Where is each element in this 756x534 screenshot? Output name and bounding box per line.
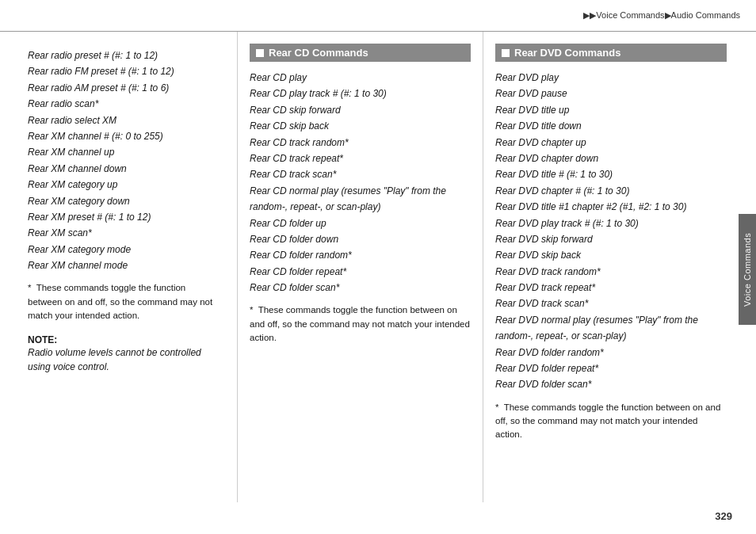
breadcrumb: ▶▶Voice Commands▶Audio Commands: [583, 10, 740, 21]
list-item: Rear DVD track scan*: [495, 296, 727, 311]
list-item: Rear radio FM preset # (#: 1 to 12): [28, 63, 221, 79]
list-item: Rear DVD title up: [495, 102, 727, 118]
list-item: Rear XM channel # (#: 0 to 255): [28, 128, 221, 144]
right-footnote: * These commands toggle the function bet…: [495, 401, 727, 442]
right-header-icon: [502, 49, 510, 57]
list-item: Rear CD skip back: [250, 118, 471, 134]
list-item: Rear DVD normal play (resumes "Play" fro…: [495, 312, 727, 345]
list-item: Rear DVD play track # (#: 1 to 30): [495, 216, 727, 231]
left-items-list: Rear radio preset # (#: 1 to 12)Rear rad…: [28, 48, 221, 273]
list-item: Rear DVD title # (#: 1 to 30): [495, 166, 727, 182]
middle-footnote: * These commands toggle the function bet…: [250, 303, 471, 345]
list-item: Rear DVD track repeat*: [495, 280, 727, 296]
list-item: Rear CD track random*: [250, 135, 471, 151]
top-bar: ▶▶Voice Commands▶Audio Commands: [0, 0, 756, 32]
list-item: Rear CD folder random*: [250, 247, 471, 263]
list-item: Rear radio scan*: [28, 96, 221, 112]
list-item: Rear CD folder down: [250, 231, 471, 247]
main-content: Rear radio preset # (#: 1 to 12)Rear rad…: [0, 32, 739, 502]
list-item: Rear DVD skip forward: [495, 231, 727, 247]
list-item: Rear radio AM preset # (#: 1 to 6): [28, 80, 221, 96]
list-item: Rear DVD chapter # (#: 1 to 30): [495, 183, 727, 199]
list-item: Rear XM channel down: [28, 161, 221, 177]
right-items-list: Rear DVD playRear DVD pauseRear DVD titl…: [495, 70, 727, 393]
note-label: NOTE:: [28, 334, 221, 345]
list-item: Rear DVD track random*: [495, 264, 727, 280]
list-item: Rear DVD folder scan*: [495, 376, 727, 392]
list-item: Rear DVD pause: [495, 86, 727, 101]
list-item: Rear XM scan*: [28, 225, 221, 241]
list-item: Rear CD normal play (resumes "Play" from…: [250, 183, 471, 216]
list-item: Rear XM channel mode: [28, 257, 221, 273]
list-item: Rear DVD folder random*: [495, 345, 727, 360]
middle-column: Rear CD Commands Rear CD playRear CD pla…: [238, 32, 483, 502]
note-text: Radio volume levels cannot be controlled…: [28, 345, 221, 374]
list-item: Rear CD skip forward: [250, 102, 471, 118]
right-footnote-text: These commands toggle the function betwe…: [495, 402, 720, 440]
list-item: Rear XM category up: [28, 177, 221, 193]
middle-header-title: Rear CD Commands: [269, 47, 368, 59]
list-item: Rear CD track scan*: [250, 166, 471, 182]
side-tab-label: Voice Commands: [743, 232, 752, 306]
left-footnote: * These commands toggle the function bet…: [28, 281, 221, 322]
list-item: Rear radio select XM: [28, 113, 221, 128]
right-section-header: Rear DVD Commands: [495, 44, 727, 62]
list-item: Rear CD track repeat*: [250, 151, 471, 166]
list-item: Rear radio preset # (#: 1 to 12): [28, 48, 221, 63]
left-footnote-text: These commands toggle the function betwe…: [28, 283, 212, 320]
list-item: Rear DVD title down: [495, 118, 727, 134]
list-item: Rear CD folder scan*: [250, 280, 471, 296]
right-header-title: Rear DVD Commands: [514, 47, 620, 59]
list-item: Rear CD folder up: [250, 216, 471, 231]
list-item: Rear CD play track # (#: 1 to 30): [250, 86, 471, 101]
middle-footnote-text: These commands toggle the function betwe…: [250, 305, 470, 342]
list-item: Rear CD play: [250, 70, 471, 86]
list-item: Rear DVD folder repeat*: [495, 360, 727, 376]
middle-header-icon: [256, 49, 264, 57]
list-item: Rear DVD chapter down: [495, 151, 727, 166]
list-item: Rear DVD play: [495, 70, 727, 86]
page-number: 329: [715, 510, 732, 522]
middle-section-header: Rear CD Commands: [250, 44, 471, 62]
left-column: Rear radio preset # (#: 1 to 12)Rear rad…: [0, 32, 238, 502]
note-section: NOTE: Radio volume levels cannot be cont…: [28, 334, 221, 374]
list-item: Rear DVD skip back: [495, 247, 727, 263]
list-item: Rear XM category mode: [28, 242, 221, 257]
list-item: Rear CD folder repeat*: [250, 264, 471, 280]
list-item: Rear XM category down: [28, 193, 221, 209]
list-item: Rear DVD title #1 chapter #2 (#1, #2: 1 …: [495, 199, 727, 215]
list-item: Rear XM channel up: [28, 144, 221, 160]
middle-items-list: Rear CD playRear CD play track # (#: 1 t…: [250, 70, 471, 296]
list-item: Rear DVD chapter up: [495, 135, 727, 151]
side-tab: Voice Commands: [739, 214, 756, 325]
list-item: Rear XM preset # (#: 1 to 12): [28, 209, 221, 225]
right-column: Rear DVD Commands Rear DVD playRear DVD …: [483, 32, 739, 502]
